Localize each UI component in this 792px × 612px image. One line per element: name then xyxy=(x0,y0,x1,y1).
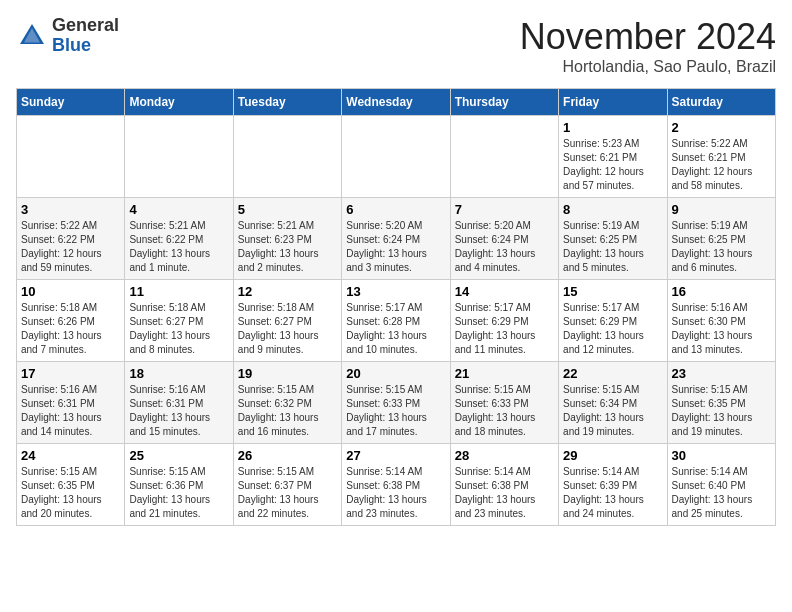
month-title: November 2024 xyxy=(520,16,776,58)
calendar-cell: 18Sunrise: 5:16 AM Sunset: 6:31 PM Dayli… xyxy=(125,362,233,444)
weekday-header-wednesday: Wednesday xyxy=(342,89,450,116)
logo: General Blue xyxy=(16,16,119,56)
calendar-cell: 16Sunrise: 5:16 AM Sunset: 6:30 PM Dayli… xyxy=(667,280,775,362)
day-number: 4 xyxy=(129,202,228,217)
weekday-header-thursday: Thursday xyxy=(450,89,558,116)
day-info: Sunrise: 5:22 AM Sunset: 6:22 PM Dayligh… xyxy=(21,219,120,275)
day-info: Sunrise: 5:14 AM Sunset: 6:40 PM Dayligh… xyxy=(672,465,771,521)
calendar-cell: 17Sunrise: 5:16 AM Sunset: 6:31 PM Dayli… xyxy=(17,362,125,444)
day-number: 26 xyxy=(238,448,337,463)
day-info: Sunrise: 5:19 AM Sunset: 6:25 PM Dayligh… xyxy=(563,219,662,275)
day-info: Sunrise: 5:17 AM Sunset: 6:29 PM Dayligh… xyxy=(563,301,662,357)
day-number: 17 xyxy=(21,366,120,381)
day-info: Sunrise: 5:16 AM Sunset: 6:31 PM Dayligh… xyxy=(21,383,120,439)
week-row-1: 1Sunrise: 5:23 AM Sunset: 6:21 PM Daylig… xyxy=(17,116,776,198)
day-info: Sunrise: 5:15 AM Sunset: 6:33 PM Dayligh… xyxy=(346,383,445,439)
calendar-cell: 26Sunrise: 5:15 AM Sunset: 6:37 PM Dayli… xyxy=(233,444,341,526)
day-number: 6 xyxy=(346,202,445,217)
calendar-cell: 27Sunrise: 5:14 AM Sunset: 6:38 PM Dayli… xyxy=(342,444,450,526)
weekday-header-saturday: Saturday xyxy=(667,89,775,116)
calendar-cell: 12Sunrise: 5:18 AM Sunset: 6:27 PM Dayli… xyxy=(233,280,341,362)
calendar-cell xyxy=(125,116,233,198)
day-number: 24 xyxy=(21,448,120,463)
calendar-cell: 9Sunrise: 5:19 AM Sunset: 6:25 PM Daylig… xyxy=(667,198,775,280)
calendar-cell: 3Sunrise: 5:22 AM Sunset: 6:22 PM Daylig… xyxy=(17,198,125,280)
calendar-cell xyxy=(450,116,558,198)
day-number: 11 xyxy=(129,284,228,299)
day-number: 7 xyxy=(455,202,554,217)
calendar-cell: 19Sunrise: 5:15 AM Sunset: 6:32 PM Dayli… xyxy=(233,362,341,444)
week-row-4: 17Sunrise: 5:16 AM Sunset: 6:31 PM Dayli… xyxy=(17,362,776,444)
weekday-header-tuesday: Tuesday xyxy=(233,89,341,116)
calendar-cell xyxy=(342,116,450,198)
day-number: 19 xyxy=(238,366,337,381)
logo-text: General Blue xyxy=(52,16,119,56)
day-number: 9 xyxy=(672,202,771,217)
day-info: Sunrise: 5:15 AM Sunset: 6:35 PM Dayligh… xyxy=(672,383,771,439)
calendar-cell: 24Sunrise: 5:15 AM Sunset: 6:35 PM Dayli… xyxy=(17,444,125,526)
day-info: Sunrise: 5:14 AM Sunset: 6:39 PM Dayligh… xyxy=(563,465,662,521)
weekday-header-monday: Monday xyxy=(125,89,233,116)
day-number: 1 xyxy=(563,120,662,135)
logo-blue: Blue xyxy=(52,35,91,55)
weekday-header-row: SundayMondayTuesdayWednesdayThursdayFrid… xyxy=(17,89,776,116)
day-info: Sunrise: 5:21 AM Sunset: 6:23 PM Dayligh… xyxy=(238,219,337,275)
day-info: Sunrise: 5:15 AM Sunset: 6:33 PM Dayligh… xyxy=(455,383,554,439)
page-header: General Blue November 2024 Hortolandia, … xyxy=(16,16,776,76)
day-number: 3 xyxy=(21,202,120,217)
day-info: Sunrise: 5:16 AM Sunset: 6:31 PM Dayligh… xyxy=(129,383,228,439)
location-subtitle: Hortolandia, Sao Paulo, Brazil xyxy=(520,58,776,76)
day-info: Sunrise: 5:15 AM Sunset: 6:37 PM Dayligh… xyxy=(238,465,337,521)
logo-icon xyxy=(16,20,48,52)
week-row-5: 24Sunrise: 5:15 AM Sunset: 6:35 PM Dayli… xyxy=(17,444,776,526)
day-info: Sunrise: 5:23 AM Sunset: 6:21 PM Dayligh… xyxy=(563,137,662,193)
day-info: Sunrise: 5:15 AM Sunset: 6:35 PM Dayligh… xyxy=(21,465,120,521)
day-number: 23 xyxy=(672,366,771,381)
calendar-table: SundayMondayTuesdayWednesdayThursdayFrid… xyxy=(16,88,776,526)
calendar-cell: 2Sunrise: 5:22 AM Sunset: 6:21 PM Daylig… xyxy=(667,116,775,198)
day-info: Sunrise: 5:22 AM Sunset: 6:21 PM Dayligh… xyxy=(672,137,771,193)
day-number: 25 xyxy=(129,448,228,463)
calendar-cell: 28Sunrise: 5:14 AM Sunset: 6:38 PM Dayli… xyxy=(450,444,558,526)
day-info: Sunrise: 5:18 AM Sunset: 6:27 PM Dayligh… xyxy=(129,301,228,357)
day-number: 20 xyxy=(346,366,445,381)
calendar-cell xyxy=(17,116,125,198)
calendar-cell: 13Sunrise: 5:17 AM Sunset: 6:28 PM Dayli… xyxy=(342,280,450,362)
day-number: 27 xyxy=(346,448,445,463)
day-number: 12 xyxy=(238,284,337,299)
day-info: Sunrise: 5:21 AM Sunset: 6:22 PM Dayligh… xyxy=(129,219,228,275)
calendar-cell: 21Sunrise: 5:15 AM Sunset: 6:33 PM Dayli… xyxy=(450,362,558,444)
day-info: Sunrise: 5:16 AM Sunset: 6:30 PM Dayligh… xyxy=(672,301,771,357)
day-number: 15 xyxy=(563,284,662,299)
day-info: Sunrise: 5:18 AM Sunset: 6:26 PM Dayligh… xyxy=(21,301,120,357)
week-row-3: 10Sunrise: 5:18 AM Sunset: 6:26 PM Dayli… xyxy=(17,280,776,362)
calendar-cell xyxy=(233,116,341,198)
day-info: Sunrise: 5:15 AM Sunset: 6:36 PM Dayligh… xyxy=(129,465,228,521)
day-info: Sunrise: 5:14 AM Sunset: 6:38 PM Dayligh… xyxy=(346,465,445,521)
day-number: 28 xyxy=(455,448,554,463)
logo-general: General xyxy=(52,15,119,35)
day-number: 5 xyxy=(238,202,337,217)
calendar-cell: 10Sunrise: 5:18 AM Sunset: 6:26 PM Dayli… xyxy=(17,280,125,362)
day-info: Sunrise: 5:15 AM Sunset: 6:32 PM Dayligh… xyxy=(238,383,337,439)
day-number: 29 xyxy=(563,448,662,463)
calendar-cell: 4Sunrise: 5:21 AM Sunset: 6:22 PM Daylig… xyxy=(125,198,233,280)
week-row-2: 3Sunrise: 5:22 AM Sunset: 6:22 PM Daylig… xyxy=(17,198,776,280)
day-number: 16 xyxy=(672,284,771,299)
calendar-cell: 1Sunrise: 5:23 AM Sunset: 6:21 PM Daylig… xyxy=(559,116,667,198)
calendar-cell: 23Sunrise: 5:15 AM Sunset: 6:35 PM Dayli… xyxy=(667,362,775,444)
day-number: 10 xyxy=(21,284,120,299)
calendar-cell: 15Sunrise: 5:17 AM Sunset: 6:29 PM Dayli… xyxy=(559,280,667,362)
day-info: Sunrise: 5:20 AM Sunset: 6:24 PM Dayligh… xyxy=(346,219,445,275)
calendar-cell: 29Sunrise: 5:14 AM Sunset: 6:39 PM Dayli… xyxy=(559,444,667,526)
calendar-cell: 11Sunrise: 5:18 AM Sunset: 6:27 PM Dayli… xyxy=(125,280,233,362)
day-info: Sunrise: 5:14 AM Sunset: 6:38 PM Dayligh… xyxy=(455,465,554,521)
day-number: 18 xyxy=(129,366,228,381)
day-info: Sunrise: 5:20 AM Sunset: 6:24 PM Dayligh… xyxy=(455,219,554,275)
calendar-cell: 30Sunrise: 5:14 AM Sunset: 6:40 PM Dayli… xyxy=(667,444,775,526)
day-info: Sunrise: 5:17 AM Sunset: 6:29 PM Dayligh… xyxy=(455,301,554,357)
day-number: 14 xyxy=(455,284,554,299)
day-number: 2 xyxy=(672,120,771,135)
day-number: 22 xyxy=(563,366,662,381)
calendar-cell: 8Sunrise: 5:19 AM Sunset: 6:25 PM Daylig… xyxy=(559,198,667,280)
